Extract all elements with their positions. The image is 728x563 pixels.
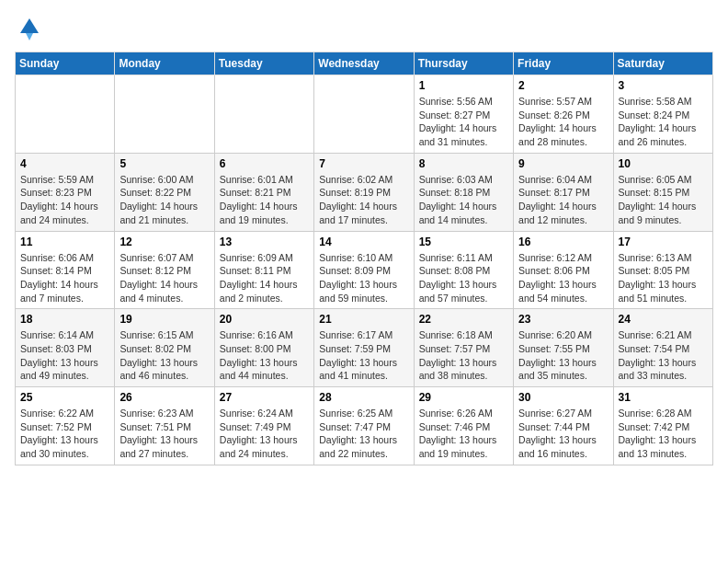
- day-info: Sunrise: 5:56 AM Sunset: 8:27 PM Dayligh…: [419, 95, 508, 149]
- day-info: Sunrise: 6:27 AM Sunset: 7:44 PM Dayligh…: [518, 407, 608, 461]
- day-number: 12: [119, 236, 209, 248]
- header-day: Saturday: [613, 52, 712, 75]
- calendar-cell: 22Sunrise: 6:18 AM Sunset: 7:57 PM Dayli…: [414, 309, 513, 387]
- day-info: Sunrise: 6:05 AM Sunset: 8:15 PM Dayligh…: [619, 173, 708, 227]
- calendar-cell: 12Sunrise: 6:07 AM Sunset: 8:12 PM Dayli…: [115, 231, 214, 309]
- logo: [15, 15, 42, 40]
- day-number: 23: [518, 313, 608, 326]
- header-day: Tuesday: [214, 52, 313, 75]
- calendar-week: 11Sunrise: 6:06 AM Sunset: 8:14 PM Dayli…: [16, 231, 713, 309]
- calendar-cell: 9Sunrise: 6:04 AM Sunset: 8:17 PM Daylig…: [514, 153, 613, 231]
- day-number: 24: [619, 313, 708, 326]
- calendar-cell: 6Sunrise: 6:01 AM Sunset: 8:21 PM Daylig…: [214, 153, 313, 231]
- calendar-cell: 8Sunrise: 6:03 AM Sunset: 8:18 PM Daylig…: [414, 153, 513, 231]
- day-number: 10: [619, 157, 708, 170]
- calendar-week: 25Sunrise: 6:22 AM Sunset: 7:52 PM Dayli…: [16, 387, 713, 465]
- day-number: 30: [518, 391, 608, 404]
- logo-icon: [17, 15, 42, 40]
- header-row: SundayMondayTuesdayWednesdayThursdayFrid…: [16, 52, 713, 75]
- day-info: Sunrise: 6:28 AM Sunset: 7:42 PM Dayligh…: [619, 407, 708, 461]
- day-info: Sunrise: 5:58 AM Sunset: 8:24 PM Dayligh…: [619, 95, 708, 149]
- page-header: [15, 15, 713, 40]
- day-info: Sunrise: 6:02 AM Sunset: 8:19 PM Dayligh…: [319, 173, 408, 227]
- day-info: Sunrise: 6:22 AM Sunset: 7:52 PM Dayligh…: [20, 407, 109, 461]
- calendar-cell: 31Sunrise: 6:28 AM Sunset: 7:42 PM Dayli…: [613, 387, 712, 465]
- calendar-cell: 7Sunrise: 6:02 AM Sunset: 8:19 PM Daylig…: [314, 153, 414, 231]
- day-info: Sunrise: 6:16 AM Sunset: 8:00 PM Dayligh…: [220, 328, 309, 383]
- day-info: Sunrise: 6:24 AM Sunset: 7:49 PM Dayligh…: [220, 407, 309, 461]
- calendar-header: SundayMondayTuesdayWednesdayThursdayFrid…: [16, 52, 713, 75]
- day-info: Sunrise: 6:00 AM Sunset: 8:22 PM Dayligh…: [119, 173, 209, 227]
- header-day: Thursday: [414, 52, 513, 75]
- svg-marker-1: [26, 33, 33, 40]
- day-info: Sunrise: 6:18 AM Sunset: 7:57 PM Dayligh…: [419, 328, 508, 383]
- day-number: 15: [419, 236, 508, 248]
- day-info: Sunrise: 6:20 AM Sunset: 7:55 PM Dayligh…: [518, 328, 608, 383]
- calendar-cell: 21Sunrise: 6:17 AM Sunset: 7:59 PM Dayli…: [314, 309, 414, 387]
- day-number: 1: [419, 79, 508, 92]
- day-number: 13: [220, 236, 309, 248]
- day-number: 31: [619, 391, 708, 404]
- calendar-body: 1Sunrise: 5:56 AM Sunset: 8:27 PM Daylig…: [16, 75, 713, 465]
- day-number: 17: [619, 236, 708, 248]
- day-number: 22: [419, 313, 508, 326]
- day-info: Sunrise: 6:09 AM Sunset: 8:11 PM Dayligh…: [220, 251, 309, 305]
- day-info: Sunrise: 6:10 AM Sunset: 8:09 PM Dayligh…: [319, 251, 408, 305]
- day-number: 2: [518, 79, 608, 92]
- day-info: Sunrise: 6:26 AM Sunset: 7:46 PM Dayligh…: [419, 407, 508, 461]
- day-number: 4: [20, 157, 109, 170]
- day-number: 26: [119, 391, 209, 404]
- calendar-cell: 29Sunrise: 6:26 AM Sunset: 7:46 PM Dayli…: [414, 387, 513, 465]
- day-info: Sunrise: 6:23 AM Sunset: 7:51 PM Dayligh…: [119, 407, 209, 461]
- calendar-cell: 15Sunrise: 6:11 AM Sunset: 8:08 PM Dayli…: [414, 231, 513, 309]
- day-info: Sunrise: 6:13 AM Sunset: 8:05 PM Dayligh…: [619, 251, 708, 305]
- day-number: 16: [518, 236, 608, 248]
- day-number: 14: [319, 236, 408, 248]
- day-number: 8: [419, 157, 508, 170]
- calendar-cell: 4Sunrise: 5:59 AM Sunset: 8:23 PM Daylig…: [16, 153, 115, 231]
- calendar-cell: 20Sunrise: 6:16 AM Sunset: 8:00 PM Dayli…: [214, 309, 313, 387]
- header-day: Friday: [514, 52, 613, 75]
- day-number: 3: [619, 79, 708, 92]
- calendar-cell: 24Sunrise: 6:21 AM Sunset: 7:54 PM Dayli…: [613, 309, 712, 387]
- calendar-cell: 1Sunrise: 5:56 AM Sunset: 8:27 PM Daylig…: [414, 75, 513, 154]
- day-info: Sunrise: 6:12 AM Sunset: 8:06 PM Dayligh…: [518, 251, 608, 305]
- day-number: 6: [220, 157, 309, 170]
- calendar-cell: [214, 75, 313, 154]
- day-info: Sunrise: 6:15 AM Sunset: 8:02 PM Dayligh…: [119, 328, 209, 383]
- calendar-cell: 16Sunrise: 6:12 AM Sunset: 8:06 PM Dayli…: [514, 231, 613, 309]
- day-info: Sunrise: 6:04 AM Sunset: 8:17 PM Dayligh…: [518, 173, 608, 227]
- svg-marker-0: [20, 18, 39, 33]
- header-day: Wednesday: [314, 52, 414, 75]
- day-info: Sunrise: 6:07 AM Sunset: 8:12 PM Dayligh…: [119, 251, 209, 305]
- day-info: Sunrise: 6:17 AM Sunset: 7:59 PM Dayligh…: [319, 328, 408, 383]
- calendar-cell: 18Sunrise: 6:14 AM Sunset: 8:03 PM Dayli…: [16, 309, 115, 387]
- day-info: Sunrise: 5:59 AM Sunset: 8:23 PM Dayligh…: [20, 173, 109, 227]
- calendar-cell: 14Sunrise: 6:10 AM Sunset: 8:09 PM Dayli…: [314, 231, 414, 309]
- calendar-cell: 26Sunrise: 6:23 AM Sunset: 7:51 PM Dayli…: [115, 387, 214, 465]
- calendar-cell: 17Sunrise: 6:13 AM Sunset: 8:05 PM Dayli…: [613, 231, 712, 309]
- day-number: 28: [319, 391, 408, 404]
- day-number: 20: [220, 313, 309, 326]
- calendar-cell: [115, 75, 214, 154]
- calendar-cell: 25Sunrise: 6:22 AM Sunset: 7:52 PM Dayli…: [16, 387, 115, 465]
- day-number: 9: [518, 157, 608, 170]
- calendar-cell: 11Sunrise: 6:06 AM Sunset: 8:14 PM Dayli…: [16, 231, 115, 309]
- calendar-cell: 23Sunrise: 6:20 AM Sunset: 7:55 PM Dayli…: [514, 309, 613, 387]
- calendar-cell: 28Sunrise: 6:25 AM Sunset: 7:47 PM Dayli…: [314, 387, 414, 465]
- calendar-cell: [16, 75, 115, 154]
- header-day: Sunday: [16, 52, 115, 75]
- calendar-cell: 27Sunrise: 6:24 AM Sunset: 7:49 PM Dayli…: [214, 387, 313, 465]
- day-number: 19: [119, 313, 209, 326]
- day-number: 27: [220, 391, 309, 404]
- calendar-cell: [314, 75, 414, 154]
- day-info: Sunrise: 6:14 AM Sunset: 8:03 PM Dayligh…: [20, 328, 109, 383]
- day-info: Sunrise: 6:21 AM Sunset: 7:54 PM Dayligh…: [619, 328, 708, 383]
- day-info: Sunrise: 6:06 AM Sunset: 8:14 PM Dayligh…: [20, 251, 109, 305]
- day-number: 5: [119, 157, 209, 170]
- calendar-week: 18Sunrise: 6:14 AM Sunset: 8:03 PM Dayli…: [16, 309, 713, 387]
- calendar-cell: 13Sunrise: 6:09 AM Sunset: 8:11 PM Dayli…: [214, 231, 313, 309]
- calendar-cell: 3Sunrise: 5:58 AM Sunset: 8:24 PM Daylig…: [613, 75, 712, 154]
- day-number: 25: [20, 391, 109, 404]
- calendar-week: 4Sunrise: 5:59 AM Sunset: 8:23 PM Daylig…: [16, 153, 713, 231]
